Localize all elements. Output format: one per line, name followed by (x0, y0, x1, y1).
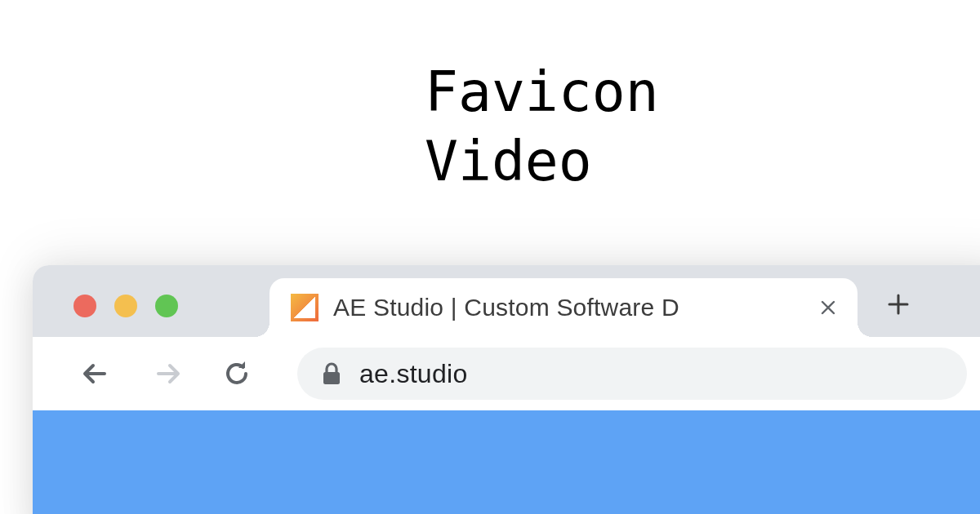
address-bar[interactable]: ae.studio (297, 348, 967, 400)
window-maximize-button[interactable] (155, 295, 178, 317)
tab-title: AE Studio | Custom Software D (333, 294, 802, 321)
heading-line-1: Favicon (425, 57, 659, 126)
browser-titlebar: AE Studio | Custom Software D (33, 265, 980, 337)
close-icon (820, 299, 836, 316)
favicon-icon (291, 294, 318, 321)
window-controls (74, 295, 178, 317)
window-close-button[interactable] (74, 295, 96, 317)
tab-close-button[interactable] (817, 296, 840, 319)
reload-icon (221, 358, 252, 389)
reload-button[interactable] (219, 356, 255, 392)
lock-icon (322, 362, 341, 385)
page-content (33, 410, 980, 514)
browser-tab[interactable]: AE Studio | Custom Software D (270, 278, 858, 337)
arrow-left-icon (80, 357, 113, 390)
svg-rect-0 (323, 372, 340, 384)
window-minimize-button[interactable] (114, 295, 137, 317)
page-heading: Favicon Video (425, 57, 659, 196)
url-text: ae.studio (359, 359, 468, 389)
plus-icon (886, 292, 911, 317)
new-tab-button[interactable] (882, 288, 915, 321)
arrow-right-icon (150, 357, 183, 390)
browser-toolbar: ae.studio (33, 337, 980, 410)
back-button[interactable] (78, 356, 114, 392)
heading-line-2: Video (425, 126, 659, 196)
browser-window: AE Studio | Custom Software D (33, 265, 980, 514)
forward-button[interactable] (149, 356, 185, 392)
